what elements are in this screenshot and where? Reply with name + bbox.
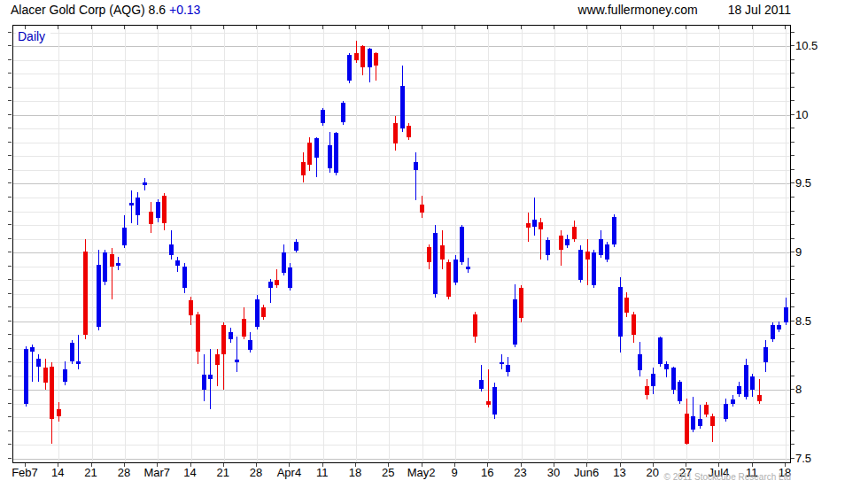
candle-wick [131, 190, 132, 223]
candle-wick [415, 152, 416, 200]
interval-label: Daily [16, 29, 50, 44]
y-tick-right [791, 416, 794, 417]
x-axis-label: 20 [647, 467, 659, 478]
x-axis-label: 25 [382, 467, 394, 478]
candle [559, 236, 563, 250]
candle [143, 182, 147, 185]
candle [255, 299, 260, 327]
candle [321, 110, 325, 124]
x-axis-label: 9 [451, 467, 457, 478]
x-axis-label: Feb7 [12, 467, 38, 478]
candle [710, 416, 715, 426]
gridline-minor [13, 349, 790, 350]
y-axis-label: 9 [795, 246, 802, 258]
candle [169, 244, 174, 255]
y-tick-left [8, 114, 12, 115]
gridline-minor [13, 198, 790, 198]
candle [202, 375, 206, 390]
x-axis-label: 14 [51, 467, 64, 478]
y-tick-left [8, 416, 12, 417]
gridline-minor [13, 156, 790, 157]
candle [446, 262, 451, 297]
candle [24, 349, 28, 404]
candle [189, 300, 193, 315]
candle-wick [587, 239, 588, 286]
gridline-week [92, 26, 93, 462]
y-tick-left [8, 293, 12, 294]
candle [156, 202, 160, 219]
candle [777, 325, 781, 329]
candle [546, 240, 550, 255]
y-tick-right [791, 376, 794, 376]
y-tick-right [791, 211, 794, 212]
y-axis-label: 8.5 [795, 315, 811, 327]
candle [678, 382, 682, 401]
x-axis-label: 13 [613, 467, 625, 478]
y-tick-right [791, 73, 794, 74]
candle [763, 347, 768, 362]
gridline-week [257, 26, 258, 462]
candle [294, 242, 298, 252]
candle [36, 359, 41, 367]
x-tick-top [686, 26, 686, 29]
candle [208, 375, 213, 379]
candle [500, 362, 504, 364]
y-tick-right [791, 182, 794, 183]
x-tick-top [586, 26, 587, 29]
candle [704, 405, 709, 415]
candle [347, 55, 352, 81]
candle [691, 416, 695, 430]
candle [724, 404, 728, 419]
y-tick-left [8, 458, 12, 459]
gridline-major [13, 322, 790, 322]
candle [374, 53, 378, 66]
gridline-minor [13, 362, 790, 363]
candle [427, 247, 431, 262]
candle-wick [78, 335, 79, 369]
candle [506, 365, 510, 372]
candle [314, 138, 319, 158]
x-axis-label: 11 [316, 467, 329, 478]
candle [275, 280, 279, 285]
x-axis-label: 21 [84, 467, 97, 478]
x-tick-top [223, 26, 224, 29]
gridline-minor [13, 431, 790, 432]
candle [420, 205, 424, 213]
x-tick-top [422, 26, 422, 29]
y-tick-left [8, 266, 12, 267]
candle [43, 368, 48, 383]
x-tick-top [718, 26, 719, 29]
y-tick-left [8, 376, 12, 376]
gridline-minor [13, 60, 790, 61]
gridline-major [13, 183, 790, 184]
candle-wick [210, 349, 211, 409]
candle [744, 365, 748, 397]
gridline-week [422, 26, 423, 462]
candle [261, 307, 266, 317]
y-tick-left [8, 252, 12, 252]
gridline-major [13, 46, 790, 47]
candle [129, 203, 134, 205]
y-tick-left [8, 197, 12, 198]
copyright-notice: © 2011 Stockcube Research Ltd [664, 472, 791, 482]
y-tick-left [8, 211, 12, 212]
candle [393, 123, 398, 143]
x-axis-label: 28 [118, 467, 130, 478]
y-tick-right [791, 100, 794, 101]
gridline-week [719, 26, 720, 462]
candle [414, 162, 418, 170]
price-chart [12, 25, 791, 463]
candle [328, 145, 332, 168]
candle [282, 252, 286, 273]
candle [268, 282, 273, 289]
y-tick-left [8, 348, 12, 349]
candle [242, 319, 246, 337]
y-tick-right [791, 293, 794, 294]
y-tick-right [791, 266, 794, 267]
candle [341, 103, 345, 122]
y-tick-right [791, 169, 794, 170]
y-tick-right [791, 32, 794, 33]
gridline-minor [13, 143, 790, 143]
gridline-minor [13, 417, 790, 418]
x-tick-top [355, 26, 356, 29]
